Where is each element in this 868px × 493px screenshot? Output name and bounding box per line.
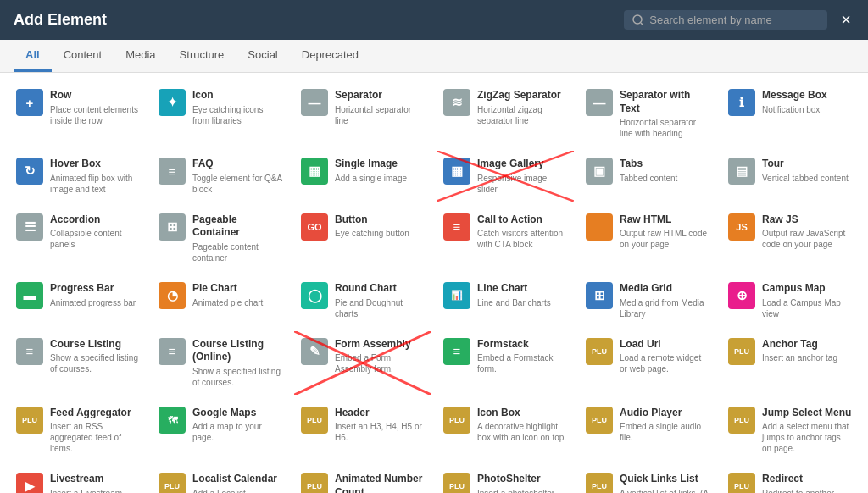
element-desc: Collapsible content panels [50, 228, 140, 250]
element-item-course-listing[interactable]: ≡ Course Listing Show a specified listin… [8, 330, 147, 396]
element-text: Row Place content elements inside the ro… [50, 89, 140, 126]
element-name: Livestream [50, 473, 140, 486]
element-item-formstack[interactable]: ≡ Formstack Embed a Formstack form. [436, 330, 575, 396]
element-icon: PLU [443, 473, 470, 493]
element-item-icon-box[interactable]: PLU Icon Box A decorative highlight box … [436, 399, 575, 463]
element-desc: Redirect to another page [762, 488, 852, 493]
element-desc: Animated pie chart [192, 297, 282, 308]
element-item-tour[interactable]: ▤ Tour Vertical tabbed content [721, 150, 860, 202]
element-desc: Place content elements inside the row [50, 104, 140, 126]
element-item-accordion[interactable]: ☰ Accordion Collapsible content panels [8, 206, 147, 271]
element-item-progress-bar[interactable]: ▬ Progress Bar Animated progress bar [8, 274, 147, 327]
element-item-anchor-tag[interactable]: PLU Anchor Tag Insert an anchor tag [721, 330, 860, 396]
element-text: Icon Eye catching icons from libraries [192, 89, 282, 126]
element-desc: Horizontal separator line with heading [620, 117, 709, 139]
element-desc: Load a Campus Map view [762, 297, 852, 319]
element-icon: ◯ [301, 282, 328, 309]
tab-media[interactable]: Media [114, 40, 167, 72]
element-text: Button Eye catching button [335, 213, 425, 240]
element-item-redirect[interactable]: PLU Redirect Redirect to another page [721, 465, 860, 493]
element-name: Localist Calendar [192, 473, 282, 486]
element-icon: ≡ [159, 338, 186, 365]
element-icon: ≡ [443, 338, 470, 365]
tab-social[interactable]: Social [236, 40, 289, 72]
element-text: Quick Links List A vertical list of link… [620, 473, 709, 493]
element-icon: ⊕ [728, 282, 755, 309]
element-item-animated-number-count[interactable]: PLU Animated Number Count Add an animate… [293, 465, 432, 493]
tab-content[interactable]: Content [52, 40, 114, 72]
element-item-course-listing--online-[interactable]: ≡ Course Listing (Online) Show a specifi… [151, 330, 290, 396]
element-item-livestream[interactable]: ▶ Livestream Insert a Livestream video. [8, 465, 147, 493]
element-desc: Animated flip box with image and text [50, 173, 140, 195]
element-item-separator-with-text[interactable]: — Separator with Text Horizontal separat… [578, 81, 717, 147]
element-name: Animated Number Count [335, 473, 425, 493]
tab-all[interactable]: All [14, 40, 52, 72]
element-text: ZigZag Separator Horizontal zigzag separ… [477, 89, 567, 126]
tab-structure[interactable]: Structure [168, 40, 236, 72]
element-item-raw-html[interactable]: Raw HTML Output raw HTML code on your pa… [578, 206, 717, 271]
element-icon: 🗺 [159, 407, 186, 434]
element-item-call-to-action[interactable]: ≡ Call to Action Catch visitors attentio… [436, 206, 575, 271]
element-icon: PLU [443, 407, 470, 434]
element-text: Raw HTML Output raw HTML code on your pa… [620, 213, 709, 251]
element-item-localist-calendar[interactable]: PLU Localist Calendar Add a Localist Cal… [151, 465, 290, 493]
element-icon: PLU [586, 473, 613, 493]
element-item-hover-box[interactable]: ↻ Hover Box Animated flip box with image… [8, 150, 147, 202]
element-item-faq[interactable]: ≡ FAQ Toggle element for Q&A block [151, 150, 290, 202]
search-input[interactable] [649, 14, 819, 26]
element-desc: Embed a Form Assembly form. [335, 352, 425, 374]
element-item-jump-select-menu[interactable]: PLU Jump Select Menu Add a select menu t… [721, 399, 860, 463]
close-button[interactable]: × [837, 10, 854, 30]
element-desc: Notification box [762, 104, 852, 115]
element-item-row[interactable]: + Row Place content elements inside the … [8, 81, 147, 147]
element-icon: + [16, 89, 43, 116]
element-desc: A vertical list of links. (A total of 8 … [620, 488, 709, 493]
tab-deprecated[interactable]: Deprecated [290, 40, 370, 72]
element-text: Line Chart Line and Bar charts [477, 282, 567, 308]
element-item-single-image[interactable]: ▦ Single Image Add a single image [293, 150, 432, 202]
element-icon: PLU [728, 407, 755, 434]
element-name: PhotoShelter [477, 473, 567, 486]
element-text: Accordion Collapsible content panels [50, 213, 140, 251]
element-item-zigzag-separator[interactable]: ≋ ZigZag Separator Horizontal zigzag sep… [436, 81, 575, 147]
element-desc: Eye catching button [335, 228, 425, 239]
element-icon: PLU [728, 338, 755, 365]
element-name: Pie Chart [192, 282, 282, 296]
element-item-button[interactable]: GO Button Eye catching button [293, 206, 432, 271]
element-item-audio-player[interactable]: PLU Audio Player Embed a single audio fi… [578, 399, 717, 463]
element-text: Google Maps Add a map to your page. [192, 407, 282, 444]
element-desc: Add a map to your page. [192, 421, 282, 443]
element-text: Animated Number Count Add an animated nu… [335, 473, 425, 493]
element-item-message-box[interactable]: ℹ Message Box Notification box [721, 81, 860, 147]
element-item-photoshelter[interactable]: PLU PhotoShelter Insert a photoshelter a… [436, 465, 575, 493]
element-item-raw-js[interactable]: JS Raw JS Output raw JavaScript code on … [721, 206, 860, 271]
element-item-round-chart[interactable]: ◯ Round Chart Pie and Doughnut charts [293, 274, 432, 327]
element-desc: Insert a photoshelter album. [477, 488, 567, 493]
element-icon: ✎ [301, 338, 328, 365]
element-icon [586, 213, 613, 241]
element-item-header[interactable]: PLU Header Insert an H3, H4, H5 or H6. [293, 399, 432, 463]
element-name: Progress Bar [50, 282, 140, 296]
element-item-image-gallery[interactable]: ▦ Image Gallery Responsive image slider [436, 150, 575, 202]
element-text: Tabs Tabbed content [620, 158, 709, 184]
svg-line-1 [641, 23, 643, 25]
element-item-media-grid[interactable]: ⊞ Media Grid Media grid from Media Libra… [578, 274, 717, 327]
element-item-separator[interactable]: — Separator Horizontal separator line [293, 81, 432, 147]
element-name: ZigZag Separator [477, 89, 567, 102]
element-item-load-url[interactable]: PLU Load Url Load a remote widget or web… [578, 330, 717, 396]
element-item-icon[interactable]: ✦ Icon Eye catching icons from libraries [151, 81, 290, 147]
element-name: Button [335, 213, 425, 227]
element-desc: Insert an RSS aggregated feed of items. [50, 421, 140, 454]
element-item-pageable-container[interactable]: ⊞ Pageable Container Pageable content co… [151, 206, 290, 271]
element-item-google-maps[interactable]: 🗺 Google Maps Add a map to your page. [151, 399, 290, 463]
element-text: Audio Player Embed a single audio file. [620, 407, 709, 444]
element-item-form-assembly[interactable]: ✎ Form Assembly Embed a Form Assembly fo… [293, 330, 432, 396]
element-item-quick-links-list[interactable]: PLU Quick Links List A vertical list of … [578, 465, 717, 493]
element-name: Media Grid [620, 282, 709, 296]
element-item-feed-aggregator[interactable]: PLU Feed Aggregator Insert an RSS aggreg… [8, 399, 147, 463]
element-desc: Horizontal zigzag separator line [477, 104, 567, 126]
element-item-campus-map[interactable]: ⊕ Campus Map Load a Campus Map view [721, 274, 860, 327]
element-item-pie-chart[interactable]: ◔ Pie Chart Animated pie chart [151, 274, 290, 327]
element-item-tabs[interactable]: ▣ Tabs Tabbed content [578, 150, 717, 202]
element-item-line-chart[interactable]: 📊 Line Chart Line and Bar charts [436, 274, 575, 327]
